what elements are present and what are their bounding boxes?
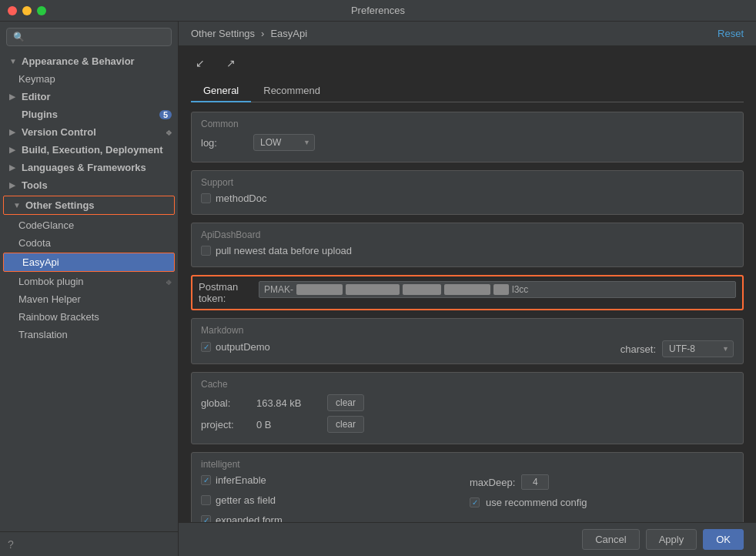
charset-row: charset: UTF-8 UTF-16 ISO-8859-1 xyxy=(621,340,734,357)
sidebar-item-keymap[interactable]: Keymap xyxy=(0,70,178,88)
token-prefix: PMAK- xyxy=(264,284,293,295)
maxdeep-row: maxDeep: xyxy=(470,474,734,490)
sidebar-item-tools[interactable]: ▶ Tools xyxy=(0,176,178,194)
expanded-form-row: expanded form xyxy=(201,514,465,522)
main-container: ▼ Appearance & Behavior Keymap ▶ Editor … xyxy=(0,22,756,556)
cache-title: Cache xyxy=(201,379,734,390)
sidebar-item-build[interactable]: ▶ Build, Execution, Deployment xyxy=(0,141,178,159)
markdown-row: outputDemo charset: UTF-8 UTF-16 ISO-885… xyxy=(201,340,734,357)
section-common: Common log: LOW MEDIUM HIGH xyxy=(191,112,744,162)
apply-button[interactable]: Apply xyxy=(646,529,697,550)
sidebar-item-label: Lombok plugin xyxy=(18,276,84,287)
pull-newest-row: pull newest data before upload xyxy=(201,245,734,256)
sidebar-item-label: CodeGlance xyxy=(18,219,74,231)
sidebar-item-other-settings[interactable]: ▼ Other Settings xyxy=(3,196,175,215)
search-input[interactable] xyxy=(6,28,172,46)
postman-token-field[interactable]: PMAK- l3cc xyxy=(259,281,736,298)
getter-as-field-label: getter as field xyxy=(216,494,276,506)
sidebar-item-editor[interactable]: ▶ Editor xyxy=(0,88,178,106)
sidebar-item-label: Other Settings xyxy=(25,199,95,211)
token-block3 xyxy=(403,284,441,295)
section-support: Support methodDoc xyxy=(191,170,744,215)
apidashboard-title: ApiDashBoard xyxy=(201,229,734,240)
expand-arrow-vc: ▶ xyxy=(9,128,18,136)
expand-arrow-editor: ▶ xyxy=(9,92,18,101)
content-header: Other Settings › EasyApi Reset xyxy=(179,22,756,46)
close-button[interactable] xyxy=(8,6,17,15)
sidebar-item-version-control[interactable]: ▶ Version Control ⎆ xyxy=(0,123,178,141)
breadcrumb-separator: › xyxy=(261,28,264,39)
charset-dropdown[interactable]: UTF-8 UTF-16 ISO-8859-1 xyxy=(662,340,734,357)
log-dropdown[interactable]: LOW MEDIUM HIGH xyxy=(253,134,315,151)
section-markdown: Markdown outputDemo charset: UTF-8 UTF-1… xyxy=(191,318,744,364)
cache-global-label: global: xyxy=(201,397,247,409)
maxdeep-label: maxDeep: xyxy=(470,477,515,488)
infer-enable-checkbox[interactable] xyxy=(201,475,211,485)
sidebar-item-maven-helper[interactable]: Maven Helper xyxy=(0,290,178,308)
vc-badge-icon: ⎆ xyxy=(166,128,172,137)
intelligent-title: intelligent xyxy=(201,459,734,470)
expand-arrow-tools: ▶ xyxy=(9,181,18,189)
cancel-button[interactable]: Cancel xyxy=(582,529,639,550)
maximize-button[interactable] xyxy=(37,6,46,15)
method-doc-checkbox[interactable] xyxy=(201,193,211,203)
sidebar-item-label: Codota xyxy=(18,237,51,249)
use-recommend-checkbox[interactable] xyxy=(470,497,480,507)
arrow-in-icon[interactable]: ↙ xyxy=(191,55,209,71)
sidebar-item-label: Editor xyxy=(22,91,51,102)
token-suffix: l3cc xyxy=(512,284,528,295)
output-demo-checkbox[interactable] xyxy=(201,342,211,352)
sidebar-item-codota[interactable]: Codota xyxy=(0,234,178,252)
sidebar-item-translation[interactable]: Translation xyxy=(0,326,178,343)
expand-arrow-build: ▶ xyxy=(9,146,18,154)
window-controls[interactable] xyxy=(8,6,46,15)
sidebar-item-label: Plugins xyxy=(22,109,58,120)
content-body: ↙ ↗ General Recommend Common log: xyxy=(179,46,756,522)
sidebar-item-plugins[interactable]: ▶ Plugins 5 xyxy=(0,106,178,123)
icon-row: ↙ ↗ xyxy=(191,55,744,71)
infer-enable-label: inferEnable xyxy=(216,474,266,486)
ok-button[interactable]: OK xyxy=(703,529,744,550)
method-doc-row: methodDoc xyxy=(201,193,734,204)
common-title: Common xyxy=(201,119,734,129)
tab-general[interactable]: General xyxy=(191,80,251,102)
pull-newest-checkbox[interactable] xyxy=(201,246,211,256)
log-row: log: LOW MEDIUM HIGH xyxy=(201,134,734,151)
markdown-title: Markdown xyxy=(201,325,734,336)
output-demo-row: outputDemo xyxy=(201,341,270,353)
help-icon[interactable]: ? xyxy=(8,538,14,551)
pull-newest-label: pull newest data before upload xyxy=(216,245,352,256)
reset-button[interactable]: Reset xyxy=(718,28,744,39)
method-doc-label: methodDoc xyxy=(216,193,266,204)
bottom-bar: Cancel Apply OK xyxy=(179,522,756,556)
use-recommend-row: use recommend config xyxy=(470,494,734,510)
sidebar-item-lombok[interactable]: Lombok plugin ⎆ xyxy=(0,273,178,290)
postman-label: Postmantoken: xyxy=(199,281,253,304)
cache-project-label: project: xyxy=(201,419,247,430)
charset-label: charset: xyxy=(621,343,656,355)
cache-global-clear-button[interactable]: clear xyxy=(327,394,364,411)
tabs: General Recommend xyxy=(191,80,744,102)
sidebar: ▼ Appearance & Behavior Keymap ▶ Editor … xyxy=(0,22,179,556)
token-block2 xyxy=(346,284,400,295)
expand-arrow-languages: ▶ xyxy=(9,163,18,172)
sidebar-item-label: Appearance & Behavior xyxy=(22,55,135,67)
arrow-out-icon[interactable]: ↗ xyxy=(222,55,240,71)
sidebar-item-label: Version Control xyxy=(22,126,96,138)
sidebar-item-languages[interactable]: ▶ Languages & Frameworks xyxy=(0,159,178,176)
expanded-form-label: expanded form xyxy=(216,514,283,522)
sidebar-item-easyapi[interactable]: EasyApi xyxy=(3,253,175,272)
content-panel: Other Settings › EasyApi Reset ↙ ↗ Gener… xyxy=(179,22,756,556)
charset-dropdown-wrap: UTF-8 UTF-16 ISO-8859-1 xyxy=(662,340,734,357)
sidebar-item-rainbow-brackets[interactable]: Rainbow Brackets xyxy=(0,308,178,326)
tab-recommend[interactable]: Recommend xyxy=(251,80,333,102)
sidebar-item-appearance[interactable]: ▼ Appearance & Behavior xyxy=(0,52,178,70)
expanded-form-checkbox[interactable] xyxy=(201,515,211,522)
expand-arrow-other: ▼ xyxy=(13,201,22,209)
sidebar-item-codeglance[interactable]: CodeGlance xyxy=(0,216,178,234)
getter-as-field-checkbox[interactable] xyxy=(201,495,211,505)
minimize-button[interactable] xyxy=(22,6,32,15)
maxdeep-input[interactable] xyxy=(521,474,549,490)
cache-project-clear-button[interactable]: clear xyxy=(327,416,364,433)
token-block4 xyxy=(444,284,490,295)
